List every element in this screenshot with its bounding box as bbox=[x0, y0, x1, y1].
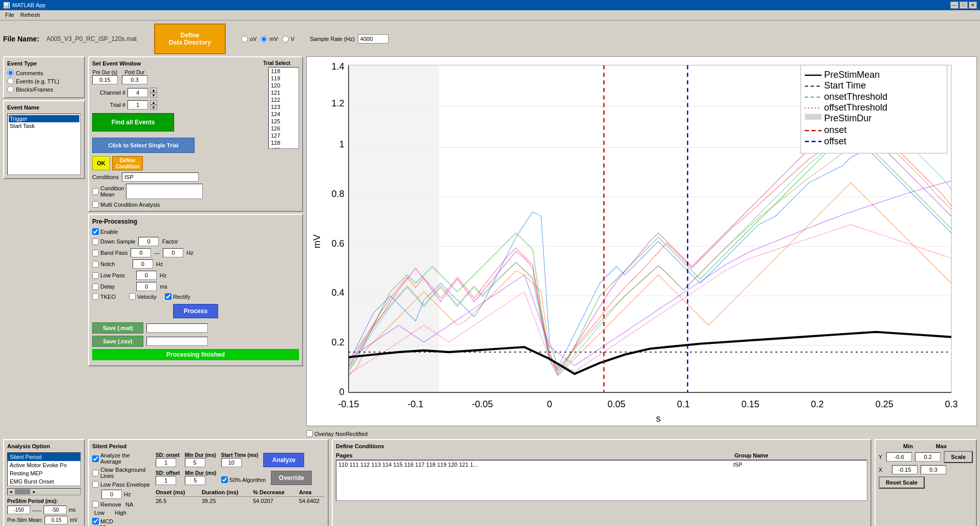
analysis-silent-period[interactable]: Silent Period bbox=[8, 453, 80, 461]
clear-background-checkbox[interactable] bbox=[92, 470, 99, 476]
low-pass-input[interactable] bbox=[136, 271, 157, 280]
y-max-input[interactable] bbox=[915, 452, 941, 462]
band-pass-checkbox[interactable] bbox=[92, 250, 99, 256]
mcd-checkbox[interactable] bbox=[92, 518, 99, 524]
unit-uv-input[interactable] bbox=[241, 36, 248, 42]
unit-v-input[interactable] bbox=[282, 36, 289, 42]
overlay-nonrectified-checkbox[interactable] bbox=[306, 430, 313, 437]
unit-v-radio[interactable]: V bbox=[282, 36, 294, 42]
trial-item-125[interactable]: 125 bbox=[269, 118, 299, 125]
x-min-input[interactable] bbox=[892, 465, 918, 474]
rectify-checkbox-label[interactable]: Rectify bbox=[165, 293, 190, 300]
trial-item-120[interactable]: 120 bbox=[269, 82, 299, 89]
menu-file[interactable]: File bbox=[2, 11, 17, 19]
band-pass-input2[interactable] bbox=[163, 248, 183, 257]
down-sample-input[interactable] bbox=[138, 237, 159, 246]
tkeo-checkbox[interactable] bbox=[92, 293, 99, 300]
reset-scale-button[interactable]: Reset Scale bbox=[879, 476, 925, 489]
analysis-active-motor[interactable]: Active Motor Evoke Po bbox=[8, 461, 80, 469]
event-type-ttl[interactable]: Events (e.g. TTL) bbox=[7, 78, 81, 84]
ok-button[interactable]: OK bbox=[92, 156, 110, 170]
trial-item-126[interactable]: 126 bbox=[269, 125, 299, 132]
min-dur-onset-input[interactable] bbox=[185, 458, 205, 467]
trial-select-list[interactable]: 118 119 120 121 122 123 124 125 126 127 … bbox=[268, 67, 299, 149]
sample-rate-input[interactable] bbox=[358, 34, 389, 43]
notch-checkbox[interactable] bbox=[92, 261, 99, 268]
prestim-mean-input[interactable] bbox=[45, 516, 68, 524]
notch-input[interactable] bbox=[133, 259, 153, 269]
tkeo-checkbox-label[interactable]: TKEO bbox=[92, 293, 116, 300]
delay-input[interactable] bbox=[136, 282, 157, 291]
conditions-input[interactable] bbox=[122, 172, 199, 182]
click-single-trial-button[interactable]: Click to Select Single Trial bbox=[92, 138, 195, 153]
velocity-checkbox[interactable] bbox=[129, 293, 136, 300]
define-conditions-list[interactable]: 110 111 112 113 114 115 116 117 118 119 … bbox=[336, 460, 867, 501]
channel-input[interactable] bbox=[127, 88, 148, 97]
define-data-button[interactable]: DefineData Directory bbox=[154, 24, 226, 54]
trial-item-123[interactable]: 123 bbox=[269, 103, 299, 111]
sd-onset-input[interactable] bbox=[156, 458, 176, 467]
event-name-start-task[interactable]: Start Task bbox=[9, 122, 79, 129]
save-csv-input[interactable] bbox=[146, 337, 208, 346]
algorithm-50-checkbox[interactable] bbox=[221, 476, 228, 483]
enable-checkbox[interactable] bbox=[92, 228, 99, 235]
trial-input[interactable] bbox=[127, 100, 148, 109]
event-type-ttl-radio[interactable] bbox=[7, 78, 14, 84]
event-name-list[interactable]: Trigger Start Task bbox=[7, 114, 81, 175]
scroll-left-btn[interactable]: ◄ bbox=[8, 490, 14, 494]
process-button[interactable]: Process bbox=[173, 304, 219, 318]
analyze-button[interactable]: Analyze bbox=[263, 453, 304, 467]
remove-checkbox[interactable] bbox=[92, 501, 99, 508]
trial-down-btn[interactable]: ▼ bbox=[150, 105, 157, 110]
scroll-right-btn[interactable]: ► bbox=[31, 490, 37, 494]
analyze-average-label[interactable]: Analyze the Average bbox=[92, 452, 151, 465]
band-pass-input1[interactable] bbox=[131, 248, 151, 257]
delay-checkbox-label[interactable]: Delay bbox=[92, 283, 115, 290]
event-type-comments[interactable]: Comments bbox=[7, 70, 81, 76]
analysis-resting-mep[interactable]: Resting MEP bbox=[8, 469, 80, 477]
minimize-button[interactable]: — bbox=[950, 2, 958, 9]
close-button[interactable]: ✕ bbox=[969, 2, 977, 9]
delay-checkbox[interactable] bbox=[92, 283, 99, 290]
prestim-max-input[interactable] bbox=[44, 506, 67, 514]
event-type-blocks[interactable]: Blocks/Frames bbox=[7, 86, 81, 93]
start-time-input[interactable] bbox=[221, 458, 242, 467]
remove-checkbox-label[interactable]: Remove bbox=[92, 501, 121, 508]
trial-item-122[interactable]: 122 bbox=[269, 96, 299, 103]
channel-down-btn[interactable]: ▼ bbox=[150, 93, 157, 98]
analyze-average-checkbox[interactable] bbox=[92, 455, 99, 462]
trial-item-121[interactable]: 121 bbox=[269, 89, 299, 96]
event-type-comments-radio[interactable] bbox=[7, 70, 14, 76]
trial-item-118[interactable]: 118 bbox=[269, 68, 299, 75]
overlay-nonrectified-label[interactable]: Overlay NonRectified bbox=[306, 430, 368, 437]
condition-mean-checkbox-label[interactable]: ConditionMean bbox=[92, 185, 124, 198]
override-button[interactable]: Override bbox=[271, 471, 312, 485]
x-max-input[interactable] bbox=[921, 465, 946, 474]
clear-background-label[interactable]: Clear Background Lines bbox=[92, 467, 151, 479]
multi-condition-checkbox[interactable] bbox=[92, 201, 99, 208]
condition-mean-checkbox[interactable] bbox=[92, 188, 99, 195]
trial-item-128[interactable]: 128 bbox=[269, 139, 299, 146]
rectify-checkbox[interactable] bbox=[165, 293, 172, 300]
analysis-option-list[interactable]: Silent Period Active Motor Evoke Po Rest… bbox=[7, 452, 81, 486]
multi-condition-checkbox-label[interactable]: Multi Condition Analysis bbox=[92, 201, 160, 208]
define-condition-button[interactable]: DefineCondition bbox=[112, 156, 143, 170]
trial-item-127[interactable]: 127 bbox=[269, 132, 299, 139]
scale-button[interactable]: Scale bbox=[944, 451, 973, 463]
band-pass-checkbox-label[interactable]: Band Pass bbox=[92, 250, 127, 256]
algorithm-50-label[interactable]: 50% Algorithm bbox=[221, 476, 266, 483]
event-name-trigger[interactable]: Trigger bbox=[9, 115, 79, 122]
analysis-emg-burst[interactable]: EMG Burst Onset bbox=[8, 477, 80, 486]
mcd-checkbox-label[interactable]: MCD bbox=[92, 518, 113, 524]
prestim-min-input[interactable] bbox=[7, 506, 30, 514]
menu-refresh[interactable]: Refresh bbox=[17, 11, 44, 19]
velocity-checkbox-label[interactable]: Velocity bbox=[129, 293, 157, 300]
low-pass-envelope-label[interactable]: Low Pass Envelope bbox=[92, 481, 150, 488]
channel-up-btn[interactable]: ▲ bbox=[150, 87, 157, 93]
scrollbar[interactable]: ◄ ► bbox=[7, 488, 81, 495]
unit-uv-radio[interactable]: uV bbox=[241, 36, 257, 42]
condition-mean-textarea[interactable] bbox=[126, 184, 203, 199]
y-min-input[interactable] bbox=[886, 452, 912, 462]
find-all-events-button[interactable]: Find all Events bbox=[92, 113, 174, 132]
trial-item-119[interactable]: 119 bbox=[269, 75, 299, 82]
